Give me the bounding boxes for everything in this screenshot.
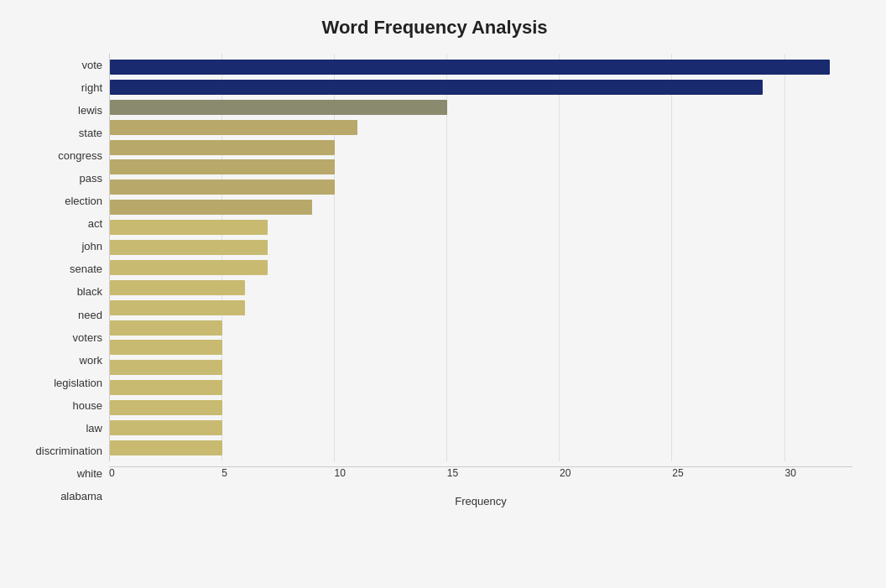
y-label-state: state	[79, 122, 102, 144]
bar-row	[110, 338, 852, 356]
bar-row	[110, 98, 852, 117]
bars-inner	[110, 54, 852, 461]
y-label-discrimination: discrimination	[36, 440, 102, 461]
y-label-alabama: alabama	[60, 485, 102, 507]
y-label-white: white	[77, 462, 102, 484]
bar-lewis	[110, 100, 447, 115]
bar-john	[110, 220, 268, 235]
chart-title: Word Frequency Analysis	[17, 17, 852, 39]
bar-discrimination	[110, 400, 222, 415]
bar-pass	[110, 159, 335, 174]
bar-row	[110, 378, 852, 397]
bars-and-x: 051015202530 Frequency	[109, 54, 852, 507]
bar-white	[110, 420, 222, 435]
bar-voters	[110, 300, 245, 315]
bar-election	[110, 180, 335, 195]
bar-row	[110, 278, 852, 297]
x-axis: 051015202530	[109, 466, 852, 492]
y-label-law: law	[86, 417, 102, 439]
y-label-legislation: legislation	[54, 372, 102, 393]
bar-law	[110, 380, 222, 395]
bar-row	[110, 158, 852, 176]
bar-row	[110, 258, 852, 277]
y-label-pass: pass	[80, 168, 102, 190]
chart-area: voterightlewisstatecongresspasselectiona…	[17, 54, 852, 507]
y-axis: voterightlewisstatecongresspasselectiona…	[17, 54, 109, 507]
bar-row	[110, 58, 852, 76]
bar-right	[110, 80, 763, 95]
y-label-election: election	[65, 190, 102, 212]
y-label-john: john	[81, 236, 102, 258]
bar-row	[110, 138, 852, 157]
bar-row	[110, 238, 852, 257]
bar-row	[110, 178, 852, 196]
bar-legislation	[110, 340, 222, 355]
y-label-voters: voters	[73, 326, 102, 348]
y-label-work: work	[80, 349, 102, 371]
bar-black	[110, 260, 268, 275]
y-label-house: house	[73, 394, 102, 416]
bar-senate	[110, 240, 268, 255]
y-label-right: right	[81, 77, 102, 99]
chart-container: Word Frequency Analysis voterightlewisst…	[0, 0, 886, 588]
bar-row	[110, 319, 852, 337]
bar-vote	[110, 60, 830, 75]
bars-area	[109, 54, 852, 461]
bar-row	[110, 398, 852, 417]
bar-act	[110, 200, 312, 215]
y-label-black: black	[77, 281, 102, 303]
y-label-lewis: lewis	[78, 100, 102, 122]
y-label-congress: congress	[58, 145, 102, 167]
bar-work	[110, 320, 222, 336]
x-axis-label: Frequency	[109, 495, 852, 507]
bar-row	[110, 439, 852, 457]
y-label-vote: vote	[81, 55, 102, 76]
bar-house	[110, 360, 222, 375]
bar-row	[110, 419, 852, 437]
bar-row	[110, 78, 852, 96]
bar-row	[110, 299, 852, 317]
bar-state	[110, 120, 357, 135]
bar-alabama	[110, 440, 222, 455]
bar-row	[110, 118, 852, 137]
bar-congress	[110, 140, 335, 155]
bar-row	[110, 358, 852, 377]
bar-need	[110, 280, 245, 295]
bar-row	[110, 198, 852, 216]
bar-row	[110, 218, 852, 237]
y-label-need: need	[78, 304, 102, 325]
y-label-act: act	[88, 213, 102, 235]
y-label-senate: senate	[70, 258, 102, 280]
x-axis-container: 051015202530 Frequency	[109, 461, 852, 507]
